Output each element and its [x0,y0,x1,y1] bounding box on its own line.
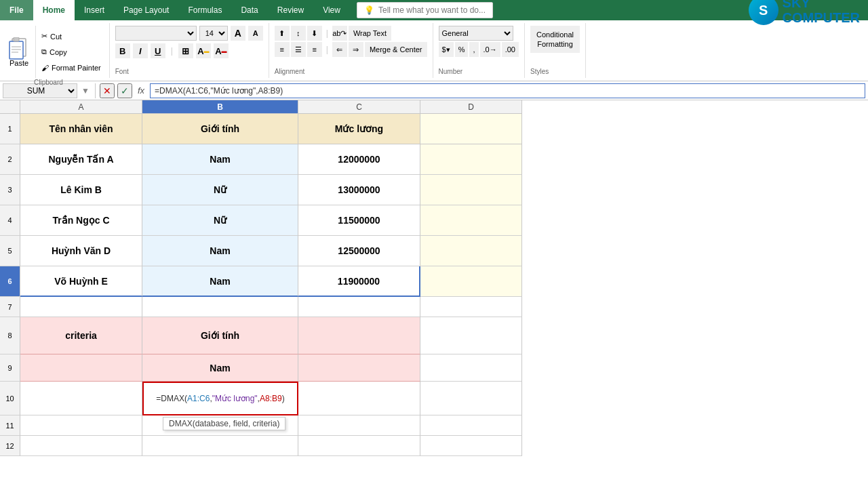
col-header-d[interactable]: D [420,100,522,114]
row-header-4[interactable]: 4 [0,205,20,236]
font-name-select[interactable] [115,26,197,41]
merge-center-button[interactable]: Merge & Center [365,42,427,57]
row-header-7[interactable]: 7 [0,297,20,317]
tab-review[interactable]: Review [268,0,313,20]
row-header-10[interactable]: 10 [0,382,20,415]
tab-view[interactable]: View [313,0,350,20]
orientation-button[interactable]: ab↷ [332,26,347,41]
cell-d7[interactable] [420,297,522,317]
cell-c11[interactable] [298,415,420,436]
cell-d12[interactable] [420,436,522,456]
format-painter-button[interactable]: 🖌 Format Painter [39,62,104,73]
tab-page-layout[interactable]: Page Layout [114,0,178,20]
cell-a5[interactable]: Huỳnh Văn D [20,236,142,266]
borders-button[interactable]: ⊞ [178,43,193,58]
cell-d3[interactable] [420,175,522,205]
increase-font-button[interactable]: A [231,26,245,41]
cell-c8[interactable] [298,317,420,354]
cell-d5[interactable] [420,236,522,266]
row-header-2[interactable]: 2 [0,144,20,175]
tab-file[interactable]: File [0,0,33,20]
col-header-b[interactable]: B [142,100,298,114]
cell-c5[interactable]: 12500000 [298,236,420,266]
cell-a1[interactable]: Tên nhân viên [20,114,142,144]
cell-b7[interactable] [142,297,298,317]
formula-input[interactable] [150,83,865,98]
tell-me-bar[interactable]: 💡 Tell me what you want to do... [357,2,493,18]
cell-c12[interactable] [298,436,420,456]
cell-c7[interactable] [298,297,420,317]
row-header-8[interactable]: 8 [0,317,20,354]
row-header-6[interactable]: 6 [0,266,20,297]
align-middle-button[interactable]: ↕ [291,26,306,41]
cell-b2[interactable]: Nam [142,144,298,175]
tab-formulas[interactable]: Formulas [178,0,231,20]
decrease-decimal-button[interactable]: .0→ [480,42,500,57]
row-header-12[interactable]: 12 [0,436,20,456]
cell-c10[interactable] [298,382,420,415]
cell-d8[interactable] [420,317,522,354]
wrap-text-button[interactable]: Wrap Text [349,26,391,41]
row-header-3[interactable]: 3 [0,175,20,205]
cell-c9[interactable] [298,354,420,382]
row-header-1[interactable]: 1 [0,114,20,144]
row-header-9[interactable]: 9 [0,354,20,382]
cell-c6[interactable]: 11900000 [298,266,420,297]
tab-home[interactable]: Home [33,0,75,20]
cell-c4[interactable]: 11500000 [298,205,420,236]
row-header-5[interactable]: 5 [0,236,20,266]
cell-c2[interactable]: 12000000 [298,144,420,175]
italic-button[interactable]: I [133,43,148,58]
increase-indent-button[interactable]: ⇒ [349,42,363,57]
cell-a3[interactable]: Lê Kim B [20,175,142,205]
cell-d11[interactable] [420,415,522,436]
font-color-button[interactable]: A▬ [214,43,229,58]
cell-a7[interactable] [20,297,142,317]
cell-a10[interactable] [20,382,142,415]
cell-b6[interactable]: Nam [142,266,298,297]
cell-a6[interactable]: Võ Huỳnh E [20,266,142,297]
cell-b4[interactable]: Nữ [142,205,298,236]
align-center-button[interactable]: ☰ [291,42,306,57]
tab-data[interactable]: Data [231,0,267,20]
cell-b10[interactable]: =DMAX(A1:C6,"Mức lương",A8:B9) [142,382,298,415]
number-format-select[interactable]: General Number Currency [439,26,513,41]
align-bottom-button[interactable]: ⬇ [307,26,322,41]
tab-insert[interactable]: Insert [75,0,114,20]
font-size-select[interactable]: 14 11 12 [199,26,228,41]
cell-a12[interactable] [20,436,142,456]
row-header-11[interactable]: 11 [0,415,20,436]
align-left-button[interactable]: ≡ [275,42,290,57]
cell-d6[interactable] [420,266,522,297]
cell-b12[interactable] [142,436,298,456]
cell-a4[interactable]: Trần Ngọc C [20,205,142,236]
cell-d9[interactable] [420,354,522,382]
decrease-font-button[interactable]: A [248,26,263,41]
cell-a9[interactable] [20,354,142,382]
paste-button[interactable]: Paste [3,26,36,78]
cell-d4[interactable] [420,205,522,236]
cell-c1[interactable]: Mức lương [298,114,420,144]
confirm-button[interactable]: ✓ [117,83,132,98]
cell-b1[interactable]: Giới tính [142,114,298,144]
cell-b9[interactable]: Nam [142,354,298,382]
comma-button[interactable]: , [469,42,478,57]
fill-color-button[interactable]: A▬ [196,43,211,58]
increase-decimal-button[interactable]: .00 [502,42,519,57]
cell-a8[interactable]: criteria [20,317,142,354]
cell-b8[interactable]: Giới tính [142,317,298,354]
col-header-c[interactable]: C [298,100,420,114]
conditional-formatting-button[interactable]: Conditional Formatting [530,26,580,53]
cell-c3[interactable]: 13000000 [298,175,420,205]
cell-a11[interactable] [20,415,142,436]
cell-b3[interactable]: Nữ [142,175,298,205]
bold-button[interactable]: B [115,43,130,58]
cell-d2[interactable] [420,144,522,175]
cut-button[interactable]: ✂ Cut [39,30,104,42]
cell-b5[interactable]: Nam [142,236,298,266]
align-top-button[interactable]: ⬆ [275,26,290,41]
decrease-indent-button[interactable]: ⇐ [332,42,347,57]
col-header-a[interactable]: A [20,100,142,114]
cancel-button[interactable]: ✕ [100,83,115,98]
cell-d10[interactable] [420,382,522,415]
